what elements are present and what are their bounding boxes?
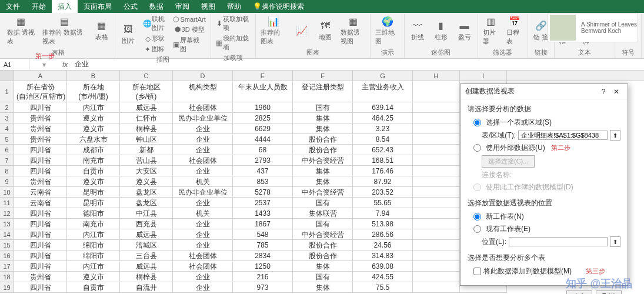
cell[interactable]: 股份合作 <box>293 145 353 155</box>
cell[interactable]: 集体 <box>293 261 353 272</box>
range-picker-button[interactable]: ⬆ <box>610 130 620 141</box>
table-range-input[interactable] <box>518 131 608 140</box>
header-cell[interactable]: 所在地区(乡/镇) <box>120 81 173 102</box>
rowhdr-3[interactable]: 3 <box>0 113 14 123</box>
cell[interactable]: 203.52 <box>353 187 413 198</box>
formula-input[interactable]: 企业 <box>71 59 644 69</box>
cell[interactable]: 中外合资经营 <box>293 187 353 198</box>
cell[interactable]: 四川省 <box>14 250 67 261</box>
cell[interactable]: 四川省 <box>14 282 67 293</box>
tab-home[interactable]: 开始 <box>26 0 52 13</box>
cell[interactable]: 绵阳市 <box>67 250 120 261</box>
dialog-help-button[interactable]: ? <box>597 88 610 96</box>
tab-file[interactable]: 文件 <box>0 0 26 13</box>
radio-select-range-input[interactable] <box>473 119 481 126</box>
chart-gallery[interactable]: 📈 <box>291 14 312 47</box>
tab-formula[interactable]: 公式 <box>118 0 144 13</box>
rowhdr-4[interactable]: 4 <box>0 123 14 134</box>
name-box[interactable]: A1 <box>0 59 29 70</box>
cell[interactable]: 企业 <box>173 145 233 155</box>
cell[interactable]: 社会团体 <box>173 261 233 272</box>
cell[interactable]: 3.23 <box>353 123 413 134</box>
colhdr-E[interactable]: E <box>233 71 293 81</box>
cell[interactable]: 6629 <box>233 123 293 134</box>
cell[interactable]: 7.94 <box>353 208 413 219</box>
tab-layout[interactable]: 页面布局 <box>78 0 118 13</box>
sparkline-wl-button[interactable]: ▬盈亏 <box>454 14 475 47</box>
cell[interactable]: 遵义市 <box>67 123 120 134</box>
cell[interactable]: 4444 <box>233 134 293 145</box>
cell[interactable]: 云南省 <box>14 198 67 208</box>
cell[interactable]: 遵义市 <box>67 176 120 187</box>
cell[interactable]: 1867 <box>233 219 293 229</box>
cell[interactable]: 昆明市 <box>67 198 120 208</box>
rowhdr-8[interactable]: 8 <box>0 166 14 176</box>
cell[interactable]: 2834 <box>233 250 293 261</box>
chk-add-datamodel[interactable]: 将此数据添加到数据模型(M)第三步 <box>473 266 620 276</box>
rowhdr-10[interactable]: 10 <box>0 187 14 198</box>
rowhdr-5[interactable]: 5 <box>0 134 14 145</box>
cell[interactable]: 513.98 <box>353 219 413 229</box>
cell[interactable]: 企业 <box>173 282 233 293</box>
radio-newsheet-input[interactable] <box>473 213 481 220</box>
tab-help[interactable]: 帮助 <box>221 0 247 13</box>
cell[interactable]: 企业 <box>173 240 233 250</box>
cell[interactable]: 南充市 <box>67 219 120 229</box>
cell[interactable]: 企业 <box>173 198 233 208</box>
cell[interactable]: 机关 <box>173 176 233 187</box>
cell[interactable]: 2793 <box>233 155 293 166</box>
cell[interactable]: 四川省 <box>14 261 67 272</box>
3dmap-button[interactable]: 🌍三维地 图 <box>373 14 401 47</box>
cell[interactable]: 营山县 <box>120 155 173 166</box>
cell[interactable]: 企业 <box>173 123 233 134</box>
online-pic-button[interactable]: 🌐联机图片 <box>141 14 168 33</box>
timeline-button[interactable]: 📅日程表 <box>504 14 525 47</box>
cell[interactable]: 785 <box>233 240 293 250</box>
cell[interactable]: 168.51 <box>353 155 413 166</box>
cell[interactable]: 四川省 <box>14 102 67 113</box>
cell[interactable]: 5278 <box>233 187 293 198</box>
cell[interactable]: 企业 <box>173 229 233 240</box>
rowhdr-14[interactable]: 14 <box>0 229 14 240</box>
colhdr-I[interactable]: I <box>460 71 507 81</box>
cell[interactable]: 企业 <box>173 272 233 282</box>
cell[interactable]: 548 <box>233 229 293 240</box>
radio-select-range[interactable]: 选择一个表或区域(S) <box>473 118 620 128</box>
cell[interactable] <box>413 113 460 123</box>
cell[interactable]: 机关 <box>173 208 233 219</box>
rowhdr-2[interactable]: 2 <box>0 102 14 113</box>
pivotchart-button[interactable]: ▦数据透视图 <box>338 14 368 47</box>
cell[interactable]: 贵州省 <box>14 123 67 134</box>
cell[interactable]: 钟山区 <box>120 134 173 145</box>
colhdr-D[interactable]: D <box>173 71 233 81</box>
cell[interactable] <box>413 250 460 261</box>
cell[interactable] <box>413 145 460 155</box>
cell[interactable]: 贵州省 <box>14 113 67 123</box>
cell[interactable] <box>413 198 460 208</box>
cell[interactable]: 遵义市 <box>67 272 120 282</box>
cell[interactable]: 新都 <box>120 145 173 155</box>
radio-existsheet-input[interactable] <box>473 225 481 233</box>
cell[interactable]: 24.56 <box>353 240 413 250</box>
cell[interactable] <box>413 240 460 250</box>
my-addin-button[interactable]: ▦我的加载项 <box>213 34 253 52</box>
cell[interactable] <box>413 187 460 198</box>
cell[interactable] <box>413 229 460 240</box>
rowhdr-17[interactable]: 17 <box>0 261 14 272</box>
cell[interactable]: 内江市 <box>67 102 120 113</box>
rowhdr-19[interactable]: 19 <box>0 282 14 293</box>
cell[interactable]: 四川省 <box>14 166 67 176</box>
tab-tellme[interactable]: 💡 操作说明搜索 <box>247 0 310 13</box>
cell[interactable]: 股份合作 <box>293 134 353 145</box>
cell[interactable]: 集体联营 <box>293 208 353 219</box>
cell[interactable]: 企业 <box>173 166 233 176</box>
cell[interactable]: 四川省 <box>14 155 67 166</box>
cell[interactable]: 内江市 <box>67 261 120 272</box>
cell[interactable]: 南充市 <box>67 155 120 166</box>
cell[interactable] <box>413 166 460 176</box>
rowhdr-12[interactable]: 12 <box>0 208 14 219</box>
cell[interactable] <box>413 155 460 166</box>
radio-new-sheet[interactable]: 新工作表(N) <box>473 212 620 222</box>
tab-review[interactable]: 审阅 <box>169 0 195 13</box>
cell[interactable]: 威远县 <box>120 102 173 113</box>
